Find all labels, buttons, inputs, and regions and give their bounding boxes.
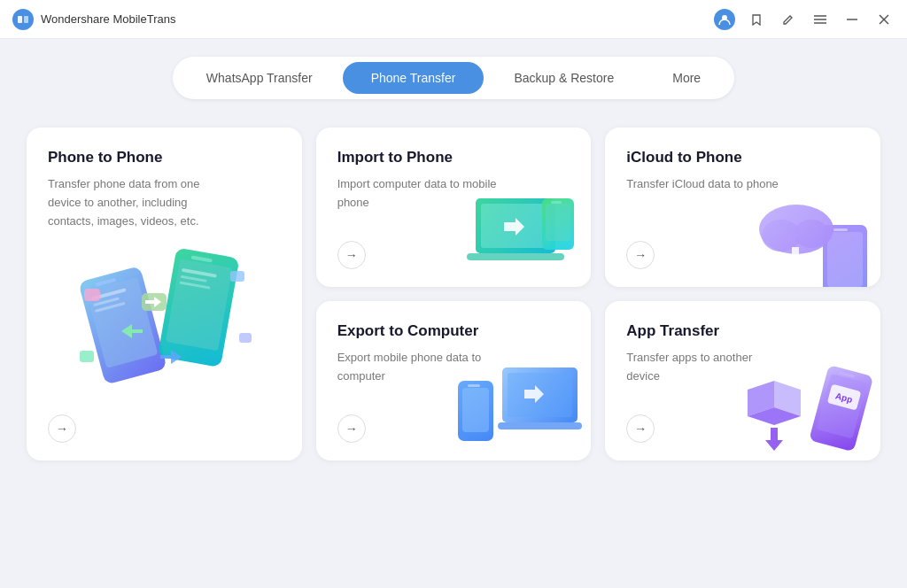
svg-point-42 (794, 220, 829, 248)
card-arrow-import[interactable]: → (337, 241, 366, 269)
svg-rect-25 (230, 271, 244, 282)
import-illustration (449, 172, 591, 287)
nav-item-backup[interactable]: Backup & Restore (485, 62, 642, 94)
bookmark-icon[interactable] (746, 9, 767, 30)
account-icon[interactable] (714, 9, 735, 30)
titlebar: Wondershare MobileTrans (0, 0, 907, 39)
nav-item-phone[interactable]: Phone Transfer (343, 62, 485, 94)
card-export-to-computer[interactable]: Export to Computer Export mobile phone d… (316, 301, 592, 460)
card-arrow-phone-to-phone[interactable]: → (48, 414, 76, 443)
svg-rect-23 (145, 300, 154, 304)
nav-container: WhatsApp Transfer Phone Transfer Backup … (0, 39, 907, 113)
minimize-button[interactable] (841, 9, 863, 30)
card-arrow-export[interactable]: → (337, 414, 366, 443)
card-app-transfer[interactable]: App Transfer Transfer apps to another de… (605, 301, 880, 460)
svg-rect-49 (498, 422, 582, 429)
svg-rect-24 (84, 289, 100, 301)
svg-rect-36 (551, 201, 562, 204)
svg-rect-38 (827, 232, 863, 287)
card-title-app-transfer: App Transfer (626, 322, 859, 340)
card-title-export: Export to Computer (337, 322, 570, 340)
svg-rect-45 (462, 388, 489, 432)
export-illustration (449, 345, 591, 460)
menu-icon[interactable] (810, 9, 831, 30)
icloud-illustration (739, 172, 880, 287)
card-title-phone-to-phone: Phone to Phone (48, 149, 281, 166)
nav-pill: WhatsApp Transfer Phone Transfer Backup … (173, 57, 734, 99)
svg-rect-27 (80, 351, 94, 362)
svg-rect-26 (239, 333, 252, 343)
card-phone-to-phone[interactable]: Phone to Phone Transfer phone data from … (27, 128, 302, 460)
svg-rect-46 (468, 384, 480, 387)
close-button[interactable] (873, 9, 895, 30)
card-icloud-to-phone[interactable]: iCloud to Phone Transfer iCloud data to … (605, 128, 880, 287)
cards-grid: Phone to Phone Transfer phone data from … (0, 113, 907, 478)
svg-rect-1 (24, 16, 28, 23)
card-arrow-app-transfer[interactable]: → (626, 414, 655, 443)
card-title-import: Import to Phone (337, 149, 570, 166)
phone-to-phone-illustration (66, 218, 261, 404)
nav-item-whatsapp[interactable]: WhatsApp Transfer (178, 62, 341, 94)
app-transfer-illustration: App (739, 345, 880, 460)
svg-rect-0 (18, 16, 22, 23)
card-title-icloud: iCloud to Phone (626, 149, 859, 166)
svg-marker-59 (765, 428, 783, 451)
svg-rect-39 (833, 228, 848, 231)
nav-item-more[interactable]: More (644, 62, 729, 94)
svg-rect-32 (467, 253, 564, 260)
app-title: Wondershare MobileTrans (41, 12, 175, 26)
app-logo (12, 9, 34, 30)
card-import-to-phone[interactable]: Import to Phone Import computer data to … (316, 128, 592, 287)
window-controls (714, 9, 895, 30)
edit-icon[interactable] (778, 9, 799, 30)
card-arrow-icloud[interactable]: → (626, 241, 655, 269)
svg-rect-35 (546, 204, 570, 241)
